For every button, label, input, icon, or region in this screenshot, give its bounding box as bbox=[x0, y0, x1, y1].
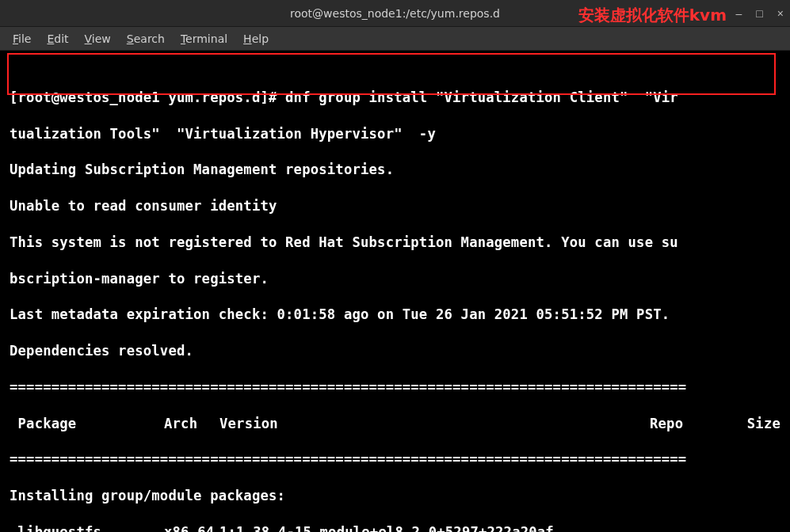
cell-package: libguestfs bbox=[10, 523, 164, 532]
prompt-line: [root@westos_node1 yum.repos.d]# dnf gro… bbox=[10, 89, 780, 107]
window-title: root@westos_node1:/etc/yum.repos.d bbox=[290, 7, 500, 20]
terminal-area[interactable]: [root@westos_node1 yum.repos.d]# dnf gro… bbox=[0, 51, 790, 532]
menu-bar: File Edit View Search Terminal Help bbox=[0, 27, 790, 51]
cell-repo bbox=[650, 523, 733, 532]
cell-version: 1:1.38.4-15.module+el8.2.0+5297+222a20af bbox=[219, 523, 650, 532]
prompt-line: tualization Tools" "Virtualization Hyper… bbox=[10, 125, 780, 143]
output-line: bscription-manager to register. bbox=[10, 270, 780, 288]
output-line: Updating Subscription Management reposit… bbox=[10, 161, 780, 179]
cell-arch: x86_64 bbox=[164, 523, 219, 532]
menu-view[interactable]: View bbox=[78, 29, 117, 48]
table-row: libguestfsx86_641:1.38.4-15.module+el8.2… bbox=[10, 523, 780, 532]
menu-help[interactable]: Help bbox=[237, 29, 275, 48]
annotation-overlay: 安装虚拟化软件kvm bbox=[578, 5, 727, 26]
menu-file[interactable]: File bbox=[6, 29, 37, 48]
section-header: Installing group/module packages: bbox=[10, 487, 780, 505]
col-package: Package bbox=[10, 415, 164, 433]
window-titlebar: root@westos_node1:/etc/yum.repos.d 安装虚拟化… bbox=[0, 0, 790, 27]
table-header: PackageArchVersionRepoSize bbox=[10, 415, 780, 433]
output-line: Unable to read consumer identity bbox=[10, 197, 780, 215]
menu-search[interactable]: Search bbox=[120, 29, 171, 48]
output-line: Last metadata expiration check: 0:01:58 … bbox=[10, 306, 780, 324]
col-version: Version bbox=[219, 415, 650, 433]
cell-size bbox=[733, 523, 780, 532]
output-line: Dependencies resolved. bbox=[10, 342, 780, 360]
col-size: Size bbox=[733, 415, 780, 433]
maximize-button[interactable]: □ bbox=[756, 7, 762, 20]
minimize-button[interactable]: – bbox=[736, 7, 742, 20]
window-controls: – □ × bbox=[736, 0, 784, 27]
col-arch: Arch bbox=[164, 415, 219, 433]
col-repo: Repo bbox=[650, 415, 733, 433]
output-line: This system is not registered to Red Hat… bbox=[10, 234, 780, 252]
close-button[interactable]: × bbox=[777, 7, 784, 20]
menu-terminal[interactable]: Terminal bbox=[174, 29, 234, 48]
divider-line: ========================================… bbox=[10, 378, 780, 397]
menu-edit[interactable]: Edit bbox=[40, 29, 74, 48]
divider-line: ========================================… bbox=[10, 450, 780, 469]
